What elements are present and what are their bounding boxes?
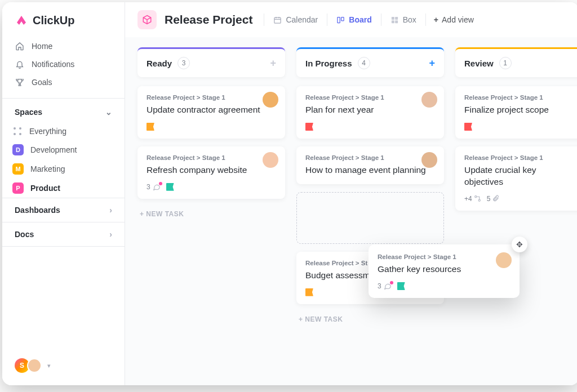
main-area: Release Project Calendar Board Box + Add… bbox=[125, 2, 577, 385]
chevron-right-icon: › bbox=[109, 230, 112, 239]
project-title: Release Project bbox=[165, 13, 252, 26]
column-ready: Ready 3 + Release Project > Stage 1 Upda… bbox=[137, 47, 285, 327]
separator bbox=[327, 14, 327, 26]
nav-home[interactable]: Home bbox=[10, 37, 117, 55]
separator bbox=[381, 14, 381, 26]
card-breadcrumb: Release Project > Stage 1 bbox=[464, 154, 576, 161]
svg-rect-1 bbox=[338, 17, 340, 23]
box-icon bbox=[390, 16, 399, 24]
column-count: 3 bbox=[177, 57, 190, 69]
paperclip-icon bbox=[492, 195, 499, 202]
nav-dashboards[interactable]: Dashboards › bbox=[2, 198, 125, 222]
project-icon bbox=[137, 10, 157, 29]
card-title: Gather key resources bbox=[378, 264, 511, 275]
card-title: Finalize project scope bbox=[464, 104, 576, 116]
assignee-avatar[interactable] bbox=[496, 252, 512, 268]
priority-flag-icon bbox=[305, 288, 313, 296]
home-icon bbox=[15, 42, 25, 51]
spaces-section: Spaces ⌄ Everything D Development M Mark… bbox=[2, 98, 125, 198]
assignee-avatar[interactable] bbox=[421, 92, 437, 108]
card-title: How to manage event planning bbox=[305, 164, 435, 176]
task-card[interactable]: Release Project > Stage 1 Plan for next … bbox=[296, 86, 444, 139]
priority-flag-icon bbox=[305, 123, 313, 131]
space-product[interactable]: P Product bbox=[2, 179, 125, 198]
user-menu[interactable]: S ▾ bbox=[2, 350, 125, 385]
view-box[interactable]: Box bbox=[389, 13, 418, 26]
card-title: Refresh company website bbox=[147, 164, 276, 176]
view-calendar[interactable]: Calendar bbox=[272, 13, 319, 26]
nav-docs[interactable]: Docs › bbox=[2, 222, 125, 247]
chevron-down-icon: ⌄ bbox=[105, 108, 112, 117]
svg-point-7 bbox=[474, 196, 476, 198]
space-development[interactable]: D Development bbox=[2, 140, 125, 159]
assignee-avatar[interactable] bbox=[263, 152, 278, 168]
chat-icon bbox=[153, 183, 161, 191]
comment-count[interactable]: 3 bbox=[147, 183, 161, 191]
svg-rect-2 bbox=[341, 17, 344, 20]
view-board[interactable]: Board bbox=[335, 13, 372, 26]
trophy-icon bbox=[15, 78, 25, 87]
calendar-icon bbox=[273, 16, 282, 24]
bell-icon bbox=[15, 60, 25, 69]
task-card[interactable]: Release Project > Stage 1 Update crucial… bbox=[455, 146, 577, 211]
column-header-ready[interactable]: Ready 3 + bbox=[137, 47, 285, 77]
attachment-count[interactable]: 5 bbox=[487, 195, 500, 203]
column-header-in-progress[interactable]: In Progress 4 + bbox=[296, 47, 444, 77]
svg-rect-0 bbox=[274, 17, 281, 23]
comment-count[interactable]: 3 bbox=[378, 282, 392, 290]
task-card[interactable]: Release Project > Stage 1 Refresh compan… bbox=[137, 146, 285, 199]
add-card-button[interactable]: + bbox=[270, 57, 276, 69]
caret-down-icon: ▾ bbox=[47, 362, 51, 369]
card-breadcrumb: Release Project > Stage 1 bbox=[147, 94, 276, 101]
brand-name: ClickUp bbox=[33, 14, 74, 27]
card-title: Update crucial key objectives bbox=[464, 164, 576, 188]
separator bbox=[425, 14, 426, 26]
nav-notifications[interactable]: Notifications bbox=[10, 55, 117, 73]
column-header-review[interactable]: Review 1 bbox=[455, 47, 577, 77]
nav-notifications-label: Notifications bbox=[32, 60, 74, 69]
svg-rect-6 bbox=[395, 20, 398, 23]
clickup-logo-icon bbox=[15, 14, 28, 27]
subtask-count[interactable]: +4 bbox=[464, 195, 481, 203]
task-card[interactable]: Release Project > Stage 1 Update contrac… bbox=[137, 86, 285, 139]
chevron-right-icon: › bbox=[109, 206, 112, 215]
subtask-icon bbox=[474, 195, 481, 202]
add-card-button[interactable]: + bbox=[429, 57, 435, 69]
task-card[interactable]: Release Project > Stage 1 Finalize proje… bbox=[455, 86, 577, 139]
move-handle-icon[interactable]: ✥ bbox=[512, 237, 527, 252]
svg-rect-5 bbox=[392, 20, 394, 23]
card-breadcrumb: Release Project > Stage 1 bbox=[305, 94, 435, 101]
plus-icon: + bbox=[434, 15, 438, 24]
topbar: Release Project Calendar Board Box + Add… bbox=[125, 2, 577, 37]
user-avatar-2 bbox=[27, 358, 42, 373]
column-count: 4 bbox=[358, 57, 370, 69]
space-everything[interactable]: Everything bbox=[2, 122, 125, 140]
svg-rect-3 bbox=[392, 16, 394, 19]
space-badge-d: D bbox=[12, 144, 24, 155]
dragging-card[interactable]: ✥ Release Project > Stage 1 Gather key r… bbox=[369, 244, 520, 298]
priority-flag-icon bbox=[147, 123, 154, 131]
priority-flag-icon bbox=[166, 183, 174, 191]
card-title: Update contractor agreement bbox=[147, 104, 276, 116]
space-marketing[interactable]: M Marketing bbox=[2, 159, 125, 179]
grid-dots-icon bbox=[12, 126, 23, 136]
new-task-button[interactable]: + NEW TASK bbox=[137, 207, 285, 221]
svg-rect-4 bbox=[395, 16, 398, 19]
priority-flag-icon bbox=[397, 282, 405, 290]
card-breadcrumb: Release Project > Stage 1 bbox=[464, 94, 576, 101]
task-card[interactable]: Release Project > Stage 1 How to manage … bbox=[296, 146, 444, 184]
add-view-button[interactable]: + Add view bbox=[434, 15, 474, 24]
sidebar: ClickUp Home Notifications Goals Spaces … bbox=[2, 2, 125, 385]
nav-goals[interactable]: Goals bbox=[10, 73, 117, 91]
assignee-avatar[interactable] bbox=[263, 92, 278, 108]
card-breadcrumb: Release Project > Stage 1 bbox=[305, 154, 435, 161]
svg-point-8 bbox=[478, 199, 480, 201]
card-breadcrumb: Release Project > Stage 1 bbox=[378, 253, 511, 260]
drop-zone[interactable] bbox=[296, 192, 444, 244]
assignee-avatar[interactable] bbox=[421, 152, 437, 168]
nav-home-label: Home bbox=[32, 42, 52, 51]
separator bbox=[264, 14, 264, 26]
new-task-button[interactable]: + NEW TASK bbox=[296, 312, 444, 327]
spaces-heading[interactable]: Spaces ⌄ bbox=[2, 105, 125, 122]
brand-logo[interactable]: ClickUp bbox=[2, 2, 125, 37]
